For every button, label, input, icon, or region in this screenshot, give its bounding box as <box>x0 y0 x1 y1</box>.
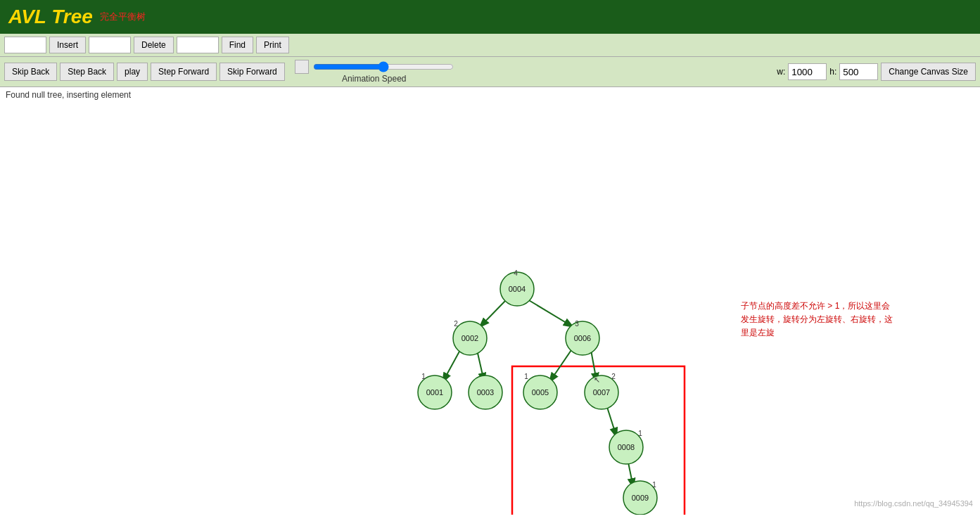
skip-forward-button[interactable]: Skip Forward <box>219 63 285 81</box>
watermark: https://blog.csdn.net/qq_34945394 <box>854 499 973 508</box>
node-0002-label: 0002 <box>462 334 478 342</box>
header: AVL Tree 完全平衡树 <box>0 0 980 34</box>
edge-4-6 <box>528 300 572 326</box>
animation-speed-section: Animation Speed <box>295 60 454 84</box>
step-back-button[interactable]: Step Back <box>60 63 114 81</box>
node-0009-label: 0009 <box>632 494 649 502</box>
node-0002-height: 2 <box>454 320 458 328</box>
node-0005-height: 1 <box>524 373 528 380</box>
edge-2-1 <box>443 350 460 381</box>
play-button[interactable]: play <box>117 63 148 81</box>
node-0006-label: 0006 <box>574 334 591 342</box>
node-0007-height: 2 <box>611 373 616 380</box>
insert-button[interactable]: Insert <box>49 37 86 53</box>
h-label: h: <box>829 67 836 77</box>
main-canvas: 0004 4 0002 2 0006 3 0001 1 0003 0005 1 … <box>0 103 980 515</box>
edge-4-2 <box>481 300 507 326</box>
find-input[interactable] <box>177 37 219 53</box>
status-message: Found null tree, inserting element <box>6 90 131 100</box>
step-forward-button[interactable]: Step Forward <box>151 63 217 81</box>
node-0008-label: 0008 <box>618 443 635 451</box>
speed-color-indicator <box>295 60 309 74</box>
change-canvas-button[interactable]: Change Canvas Size <box>881 63 976 81</box>
node-0001-height: 1 <box>421 373 426 380</box>
cursor-hint: ↖ <box>594 375 600 384</box>
node-0008-height: 1 <box>638 430 642 437</box>
node-0001-label: 0001 <box>426 388 443 397</box>
w-label: w: <box>777 67 785 77</box>
find-button[interactable]: Find <box>222 37 253 53</box>
node-0009-height: 1 <box>652 481 656 489</box>
node-0007-label: 0007 <box>593 388 610 397</box>
node-0006-height: 3 <box>575 320 579 328</box>
insert-input[interactable] <box>4 37 46 53</box>
app-subtitle: 完全平衡树 <box>100 11 146 23</box>
canvas-height-input[interactable] <box>839 63 878 80</box>
node-0004-label: 0004 <box>509 285 526 293</box>
print-button[interactable]: Print <box>256 37 289 53</box>
edge-7-8 <box>606 405 616 436</box>
node-0004-height: 4 <box>514 269 518 277</box>
node-0003-label: 0003 <box>477 388 494 397</box>
canvas-size-section: w: h: Change Canvas Size <box>777 63 976 81</box>
annotation: 子节点的高度差不允许 > 1，所以这里会发生旋转，旋转分为左旋转、右旋转，这里是… <box>741 300 896 340</box>
delete-input[interactable] <box>89 37 131 53</box>
node-0005-label: 0005 <box>532 388 549 397</box>
speed-slider[interactable] <box>313 61 454 72</box>
canvas-width-input[interactable] <box>788 63 827 80</box>
status-bar: Found null tree, inserting element <box>0 87 980 103</box>
skip-back-button[interactable]: Skip Back <box>4 63 57 81</box>
animation-speed-label: Animation Speed <box>342 74 406 84</box>
app-title: AVL Tree <box>8 6 93 28</box>
annotation-text: 子节点的高度差不允许 > 1，所以这里会发生旋转，旋转分为左旋转、右旋转，这里是… <box>741 301 893 337</box>
toolbar1: Insert Delete Find Print <box>0 34 980 57</box>
delete-button[interactable]: Delete <box>134 37 174 53</box>
toolbar2: Skip Back Step Back play Step Forward Sk… <box>0 57 980 87</box>
